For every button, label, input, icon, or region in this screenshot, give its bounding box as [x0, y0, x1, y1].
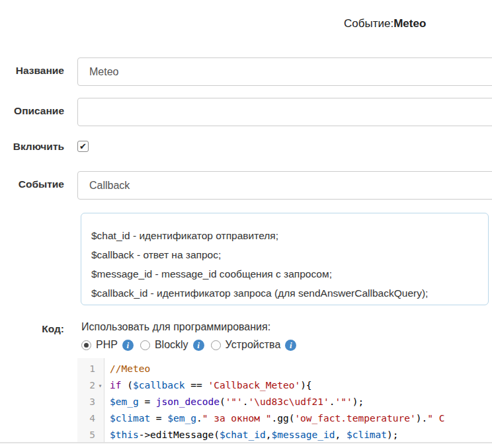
help-line: $callback_id - идентификатор запроса (дл…: [91, 283, 479, 303]
line-number: 5: [77, 427, 95, 443]
page-title-prefix: Событие:: [344, 17, 393, 30]
fold-arrow-icon[interactable]: ▾: [96, 377, 104, 394]
code-label: Код:: [0, 323, 64, 335]
code-line-text: if ($callback == 'Callback_Meteo'){: [110, 377, 492, 394]
line-number: 1: [77, 361, 95, 377]
code-line-text: $climat = $em_g." за окном ".gg('ow_fact…: [110, 410, 492, 427]
description-input[interactable]: [77, 98, 492, 126]
code-line-text: //Meteo: [110, 361, 492, 377]
code-editor[interactable]: 1//Meteo2▾if ($callback == 'Callback_Met…: [77, 358, 492, 443]
info-icon[interactable]: i: [285, 340, 296, 351]
code-line-text: $em_g = json_decode('"'.'\ud83c\udf21'.'…: [110, 394, 492, 410]
radio-option-blockly[interactable]: Blockly i: [140, 339, 204, 351]
event-label: Событие: [0, 178, 64, 190]
enabled-label: Включить: [0, 141, 64, 153]
help-line: $message_id - message_id сообщения с зап…: [91, 264, 479, 283]
language-radio-group: PHP i Blockly i Устройства i: [81, 339, 303, 351]
radio-icon[interactable]: [140, 340, 150, 350]
code-line-text: $this->editMessage($chat_id,$message_id,…: [110, 427, 492, 443]
editor-line: 3$em_g = json_decode('"'.'\ud83c\udf21'.…: [77, 394, 492, 410]
enabled-checkbox[interactable]: ✔: [77, 141, 89, 152]
checkmark-icon: ✔: [79, 141, 87, 151]
radio-option-php[interactable]: PHP i: [81, 339, 134, 351]
radio-icon[interactable]: [211, 340, 221, 350]
help-line: $chat_id - идентификатор отправителя;: [91, 226, 479, 245]
editor-line: 1//Meteo: [77, 361, 492, 377]
usage-label: Использовать для программирования:: [81, 321, 270, 333]
section-divider: [0, 442, 492, 443]
editor-line: 4$climat = $em_g." за окном ".gg('ow_fac…: [77, 410, 492, 427]
event-input[interactable]: [77, 171, 492, 200]
help-line: $callback - ответ на запрос;: [91, 245, 479, 264]
editor-line: 2▾if ($callback == 'Callback_Meteo'){: [77, 377, 492, 394]
radio-label: PHP: [96, 339, 118, 351]
info-icon[interactable]: i: [122, 340, 134, 351]
description-label: Описание: [0, 105, 64, 117]
radio-icon[interactable]: [81, 340, 91, 350]
radio-label: Blockly: [155, 339, 188, 351]
radio-label: Устройства: [226, 339, 281, 351]
line-number: 2: [77, 377, 95, 394]
radio-option-devices[interactable]: Устройства i: [211, 339, 297, 351]
event-edit-page: Событие:Meteo Название Описание Включить…: [0, 0, 492, 448]
line-number: 4: [77, 410, 95, 427]
editor-line: 5$this->editMessage($chat_id,$message_id…: [77, 427, 492, 443]
name-input[interactable]: [77, 57, 492, 86]
page-title-event-name: Meteo: [393, 17, 426, 30]
name-label: Название: [0, 65, 64, 77]
info-icon[interactable]: i: [193, 340, 204, 351]
variables-help-box: $chat_id - идентификатор отправителя; $c…: [81, 213, 489, 305]
page-title: Событие:Meteo: [344, 17, 426, 30]
line-number: 3: [77, 394, 95, 410]
